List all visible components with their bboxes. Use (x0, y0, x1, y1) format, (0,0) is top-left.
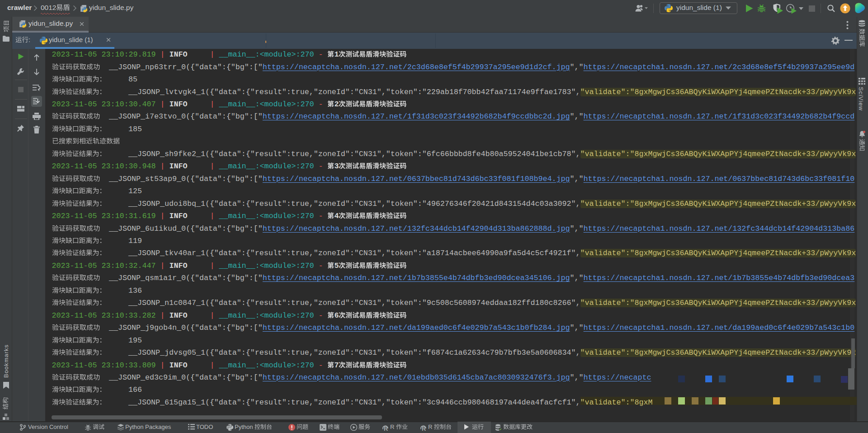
svg-text:R: R (422, 426, 426, 432)
svg-text:R: R (384, 426, 388, 432)
